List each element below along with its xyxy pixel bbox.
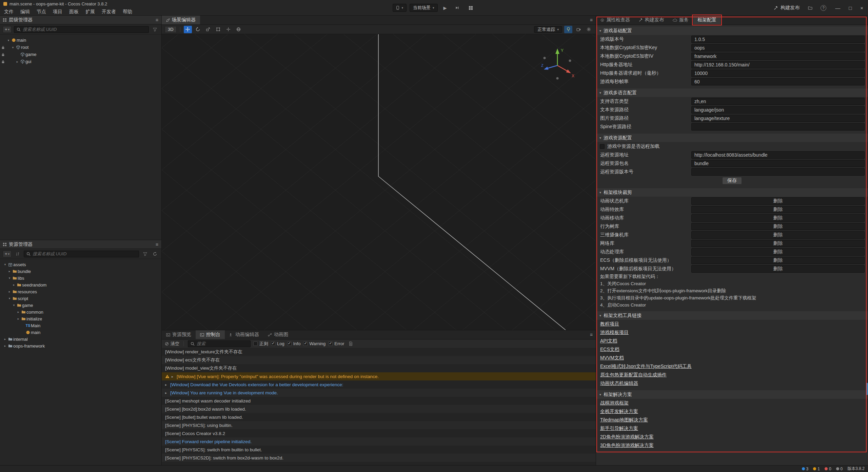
doc-link-template[interactable]: 游戏模板项目 — [600, 330, 629, 336]
step-button[interactable] — [453, 4, 461, 12]
hierarchy-node-game[interactable]: game — [0, 51, 161, 58]
build-publish-button[interactable]: 构建发布 — [774, 5, 800, 11]
delete-module-button[interactable]: 删除 — [691, 257, 865, 264]
log-row-info[interactable]: [Scene] Forward render pipeline initiali… — [162, 437, 596, 446]
assets-filter-button[interactable] — [141, 251, 149, 257]
window-close-button[interactable]: × — [860, 5, 863, 11]
spine-path-input[interactable] — [691, 123, 865, 131]
solution-link-tiledmap[interactable]: Tiledmap地图解决方案 — [600, 417, 648, 423]
log-row[interactable]: [Scene] [bullet]:bullet wasm lib loaded. — [162, 413, 596, 421]
expand-arrow-icon[interactable]: ▸ — [16, 317, 21, 320]
render-mode-select[interactable]: 正常追踪 ▾ — [534, 26, 562, 33]
expand-arrow-icon[interactable]: ▸ — [7, 270, 12, 273]
layout-button[interactable] — [467, 4, 475, 12]
delete-module-button[interactable]: 删除 — [691, 231, 865, 239]
expand-arrow-icon[interactable]: ▸ — [165, 383, 168, 387]
anchor-tool-button[interactable] — [224, 26, 233, 33]
log-row-info[interactable]: ▸[Window] You are running Vue in develop… — [162, 389, 596, 397]
log-row[interactable]: [Window] model_view文件夹不存在 — [162, 364, 596, 372]
console-search-input[interactable] — [197, 341, 248, 346]
lock-icon[interactable] — [0, 60, 6, 63]
expand-arrow-icon[interactable]: ▾ — [7, 297, 12, 300]
expand-arrow-icon[interactable]: ▸ — [165, 391, 168, 395]
solution-link-wargame[interactable]: 战棋游戏框架 — [600, 400, 629, 406]
scene-camera-button[interactable] — [574, 26, 583, 33]
open-log-file-button[interactable] — [347, 340, 354, 347]
tab-property-inspector[interactable]: 属性检查器 — [596, 16, 634, 24]
asset-node-resources[interactable]: ▸ resources — [0, 288, 161, 295]
remote-load-checkbox[interactable] — [600, 144, 605, 149]
expand-arrow-icon[interactable]: ▸ — [12, 283, 16, 287]
open-project-folder-button[interactable] — [806, 4, 814, 12]
create-node-button[interactable]: +▾ — [3, 26, 12, 33]
menu-node[interactable]: 节点 — [33, 8, 50, 16]
assets-menu-icon[interactable]: ≡ — [156, 242, 158, 247]
section-language-config[interactable]: ▾游戏多语言配置 — [596, 88, 868, 97]
hierarchy-node-main[interactable]: ▾ main — [0, 37, 161, 44]
lang-texture-path-input[interactable]: language/texture — [691, 115, 865, 122]
log-row[interactable]: [Scene] [PHYSICS2D]: switch from box2d-w… — [162, 454, 596, 462]
rect-tool-button[interactable] — [214, 26, 222, 33]
asset-node-main-ts[interactable]: TS Main — [0, 322, 161, 329]
solution-link-3drpg[interactable]: 3D角色扮演游戏解决方案 — [600, 442, 654, 449]
expand-arrow-icon[interactable]: ▸ — [3, 337, 7, 341]
menu-edit[interactable]: 编辑 — [17, 8, 33, 16]
delete-module-button[interactable]: 删除 — [691, 265, 865, 273]
doc-link-mvvm[interactable]: MVVM文档 — [600, 355, 624, 361]
save-button[interactable]: 保存 — [722, 177, 742, 184]
delete-module-button[interactable]: 删除 — [691, 197, 865, 205]
asset-node-main-scene[interactable]: main — [0, 329, 161, 336]
log-row[interactable]: [Scene] [box2d]:box2d wasm lib loaded. — [162, 405, 596, 413]
lock-icon[interactable] — [0, 53, 6, 56]
scale-tool-button[interactable] — [204, 26, 212, 33]
filter-warning-checkbox[interactable]: Warning — [303, 341, 326, 346]
doc-link-tutorial[interactable]: 教程项目 — [600, 321, 619, 327]
section-solutions[interactable]: ▾框架解决方案 — [596, 390, 868, 399]
help-button[interactable]: ? — [821, 5, 826, 11]
hierarchy-search-input[interactable] — [23, 27, 146, 32]
tab-build-publish[interactable]: 构建发布 — [634, 16, 668, 24]
asset-node-seedrandom[interactable]: ▸ seedrandom — [0, 281, 161, 288]
lang-json-path-input[interactable]: language/json — [691, 106, 865, 114]
asset-node-assets[interactable]: ▾ assets — [0, 261, 161, 268]
asset-node-bundle[interactable]: ▸ bundle — [0, 268, 161, 275]
expand-arrow-icon[interactable]: ▸ — [15, 60, 20, 63]
move-tool-button[interactable] — [184, 26, 192, 33]
tab-animation-graph[interactable]: 动画图 — [263, 330, 293, 339]
inspector-scrollbar-thumb[interactable] — [866, 383, 868, 395]
window-maximize-button[interactable]: □ — [849, 5, 852, 11]
scene-light-toggle[interactable] — [564, 26, 572, 33]
filter-log-checkbox[interactable]: Log — [271, 341, 284, 346]
doc-link-api[interactable]: API文档 — [600, 338, 617, 344]
remote-version-input[interactable] — [691, 168, 865, 176]
section-doc-links[interactable]: ▾框架文档工具链接 — [596, 311, 868, 320]
rotate-tool-button[interactable] — [194, 26, 202, 33]
scene-settings-button[interactable] — [585, 26, 593, 33]
menu-file[interactable]: 文件 — [1, 8, 17, 16]
section-resource-config[interactable]: ▾游戏资源配置 — [596, 134, 868, 142]
expand-arrow-icon[interactable]: ▾ — [6, 39, 11, 42]
tab-framework-config[interactable]: 框架配置 — [693, 16, 721, 24]
hierarchy-node-root[interactable]: ▾ root — [0, 44, 161, 51]
log-row[interactable]: [Window] ecs文件夹不存在 — [162, 356, 596, 364]
hierarchy-menu-icon[interactable]: ≡ — [156, 17, 158, 23]
crypto-key-input[interactable]: oops — [691, 44, 865, 52]
asset-node-oops-framework[interactable]: ▸ oops-framework — [0, 342, 161, 349]
error-count-indicator[interactable]: 0 — [825, 467, 831, 471]
tab-asset-preview[interactable]: 资源预览 — [162, 330, 196, 339]
delete-module-button[interactable]: 删除 — [691, 214, 865, 222]
game-version-input[interactable]: 1.0.5 — [691, 36, 865, 43]
doc-link-excel-tool[interactable]: Excel格式转Json文件与TypeScript代码工具 — [600, 363, 692, 370]
crypto-iv-input[interactable]: framework — [691, 53, 865, 60]
log-row-info[interactable]: ▸[Window] Download the Vue Devtools exte… — [162, 380, 596, 389]
clear-console-button[interactable]: 清空 — [165, 341, 179, 347]
menu-developer[interactable]: 开发者 — [98, 8, 119, 16]
log-row[interactable]: [Window] render_texture文件夹不存在 — [162, 348, 596, 356]
lock-icon[interactable] — [0, 46, 6, 49]
menu-panel[interactable]: 面板 — [66, 8, 82, 16]
fps-input[interactable]: 60 — [691, 78, 865, 85]
regex-checkbox[interactable]: 正则 — [253, 341, 268, 347]
3d-mode-button[interactable]: 3D — [165, 26, 177, 33]
hierarchy-node-gui[interactable]: ▸ gui — [0, 58, 161, 65]
expand-arrow-icon[interactable]: ▾ — [12, 303, 16, 307]
